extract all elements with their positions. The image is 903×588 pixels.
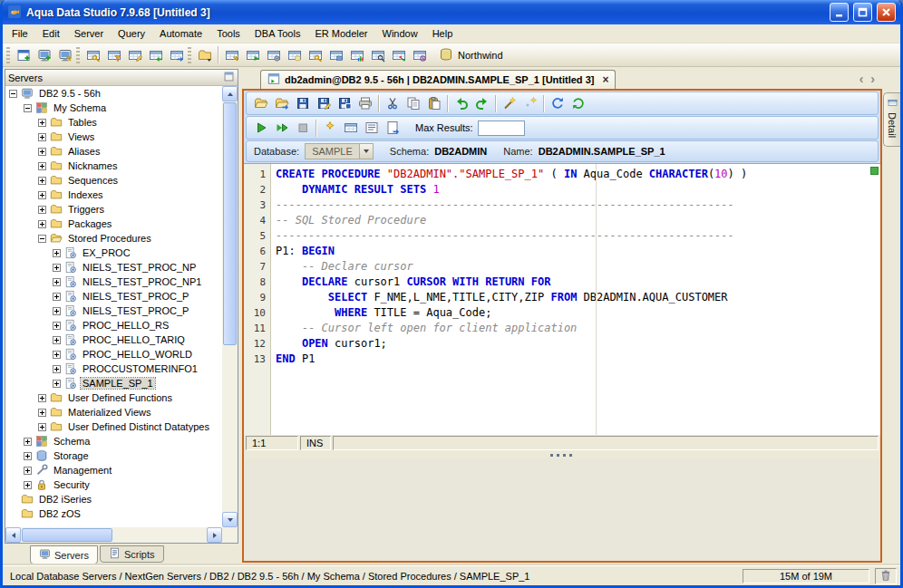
save-all-icon[interactable]	[334, 93, 354, 113]
tree-item-triggers[interactable]: Triggers	[5, 202, 222, 217]
describe-icon[interactable]	[319, 118, 340, 138]
format-options-icon[interactable]	[519, 93, 540, 113]
max-results-input[interactable]	[478, 120, 525, 136]
maximize-button[interactable]	[853, 3, 872, 22]
tree-item-proc-hello-rs[interactable]: PROC_HELLO_RS	[5, 318, 222, 333]
results-splitter[interactable]	[244, 451, 880, 459]
tab-nav-prev-icon[interactable]: ‹	[859, 72, 864, 86]
results-file-icon[interactable]	[382, 118, 403, 138]
stop-icon[interactable]	[292, 118, 313, 138]
menu-automate[interactable]: Automate	[152, 24, 209, 43]
menu-query[interactable]: Query	[111, 24, 152, 43]
table-import-icon[interactable]	[145, 45, 166, 65]
cut-icon[interactable]	[382, 93, 403, 113]
menu-er-modeler[interactable]: ER Modeler	[307, 24, 374, 43]
menu-server[interactable]: Server	[67, 24, 111, 43]
tree-item-user-defined-functions[interactable]: User Defined Functions	[5, 390, 222, 405]
tree-item-proccustomerinfo1[interactable]: PROCCUSTOMERINFO1	[5, 361, 222, 376]
version-control-icon[interactable]	[409, 45, 430, 65]
tree-vertical-scrollbar[interactable]	[222, 86, 238, 527]
tree-item-user-defined-distinct-datatypes[interactable]: User Defined Distinct Datatypes	[5, 419, 222, 434]
tree-item-indexes[interactable]: Indexes	[5, 188, 222, 202]
database-combo[interactable]: SAMPLE	[305, 143, 374, 159]
tree-item-storage[interactable]: Storage	[5, 448, 222, 463]
new-window-icon[interactable]	[13, 45, 34, 65]
table-export-icon[interactable]	[166, 45, 187, 65]
storage-manager-icon[interactable]	[284, 45, 305, 65]
collapse-icon[interactable]	[38, 235, 46, 243]
tree-item-db2-zos[interactable]: DB2 zOS	[5, 506, 222, 521]
tree-item-proc-hello-world[interactable]: PROC_HELLO_WORLD	[5, 347, 222, 361]
expand-icon[interactable]	[24, 481, 32, 489]
expand-icon[interactable]	[38, 191, 46, 199]
code-area[interactable]: CREATE PROCEDURE "DB2ADMIN"."SAMPLE_SP_1…	[272, 164, 868, 435]
visual-explain-icon[interactable]	[388, 45, 409, 65]
document-tab[interactable]: db2admin@DB2 9.5 - 56h | DB2ADMIN.SAMPLE…	[260, 70, 616, 89]
results-grid-icon[interactable]	[340, 118, 361, 138]
sql-editor[interactable]: 12345678910111213 CREATE PROCEDURE "DB2A…	[244, 163, 880, 435]
expand-icon[interactable]	[53, 336, 61, 344]
expand-icon[interactable]	[38, 177, 46, 185]
expand-icon[interactable]	[53, 249, 61, 257]
tree-item-management[interactable]: Management	[5, 463, 222, 477]
tree-item-aliases[interactable]: Aliases	[5, 144, 222, 159]
open-recent-icon[interactable]	[194, 45, 215, 65]
expand-icon[interactable]	[53, 365, 61, 373]
scroll-right-button[interactable]	[207, 527, 222, 543]
redo-icon[interactable]	[471, 93, 492, 113]
results-text-icon[interactable]	[361, 118, 382, 138]
connect-table-icon[interactable]	[221, 45, 242, 65]
table-edit-icon[interactable]	[124, 45, 145, 65]
tree-item-materialized-views[interactable]: Materialized Views	[5, 405, 222, 419]
menu-window[interactable]: Window	[375, 24, 425, 43]
tree-item-proc-hello-tariq[interactable]: PROC_HELLO_TARIQ	[5, 333, 222, 347]
query-analyzer-icon[interactable]	[242, 45, 263, 65]
minimize-button[interactable]	[830, 3, 849, 22]
tree-item-db2-iseries[interactable]: DB2 iSeries	[5, 492, 222, 506]
tree-item-db2-9-5-56h[interactable]: DB2 9.5 - 56h	[5, 86, 222, 101]
tree-item-schema[interactable]: Schema	[5, 434, 222, 448]
paste-icon[interactable]	[423, 93, 444, 113]
execute-icon[interactable]	[250, 118, 271, 138]
table-key-icon[interactable]	[83, 45, 103, 65]
expand-icon[interactable]	[53, 322, 61, 330]
tree-item-security[interactable]: Security	[5, 477, 222, 492]
open-file-icon[interactable]	[250, 93, 271, 113]
server-statistics-icon[interactable]	[346, 45, 367, 65]
menu-help[interactable]: Help	[425, 24, 461, 43]
expand-icon[interactable]	[38, 162, 46, 170]
tab-scripts[interactable]: Scripts	[100, 545, 164, 563]
chevron-down-icon[interactable]	[359, 143, 374, 159]
database-search-icon[interactable]	[367, 45, 388, 65]
garbage-collect-button[interactable]	[875, 568, 897, 584]
memory-indicator[interactable]: 15M of 19M	[743, 569, 869, 583]
menu-dba-tools[interactable]: DBA Tools	[248, 24, 308, 43]
register-server-icon[interactable]	[34, 45, 54, 65]
tree-item-my-schema[interactable]: My Schema	[5, 101, 222, 115]
security-manager-icon[interactable]	[305, 45, 325, 65]
tree-item-nicknames[interactable]: Nicknames	[5, 159, 222, 173]
undo-icon[interactable]	[451, 93, 471, 113]
tab-detail[interactable]: Detail	[883, 92, 900, 147]
tree-item-niels-test-proc-np1[interactable]: NIELS_TEST_PROC_NP1	[5, 275, 222, 289]
menu-file[interactable]: File	[5, 24, 35, 43]
expand-icon[interactable]	[38, 206, 46, 214]
splitter-grip-icon[interactable]	[550, 454, 574, 457]
expand-icon[interactable]	[53, 264, 61, 272]
dock-pin-icon[interactable]	[223, 71, 235, 84]
servers-panel-header[interactable]: Servers	[5, 70, 238, 86]
expand-icon[interactable]	[53, 278, 61, 286]
tree-item-sequences[interactable]: Sequences	[5, 173, 222, 188]
collapse-icon[interactable]	[9, 90, 17, 98]
expand-icon[interactable]	[38, 133, 46, 141]
scroll-left-button[interactable]	[5, 527, 21, 543]
expand-icon[interactable]	[38, 409, 46, 417]
vertical-scroll-thumb[interactable]	[223, 102, 237, 345]
tab-nav-next-icon[interactable]: ›	[870, 72, 875, 86]
expand-icon[interactable]	[38, 148, 46, 156]
tab-close-icon[interactable]: ×	[602, 75, 608, 84]
tree-horizontal-scrollbar[interactable]	[5, 527, 222, 543]
collapse-icon[interactable]	[24, 104, 32, 112]
expand-icon[interactable]	[24, 467, 32, 475]
execute-batch-icon[interactable]	[271, 118, 292, 138]
